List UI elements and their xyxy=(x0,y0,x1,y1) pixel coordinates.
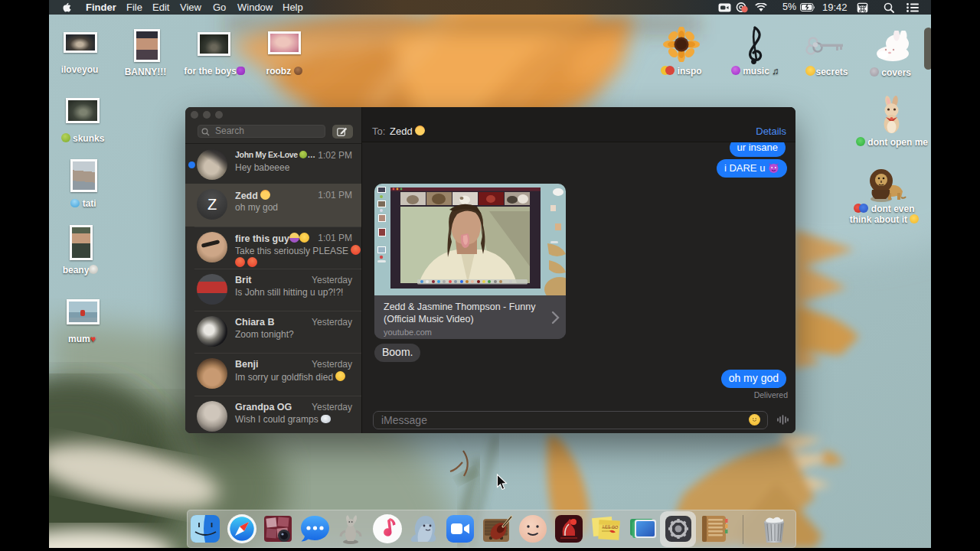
svg-text:LES GO: LES GO xyxy=(602,524,618,530)
